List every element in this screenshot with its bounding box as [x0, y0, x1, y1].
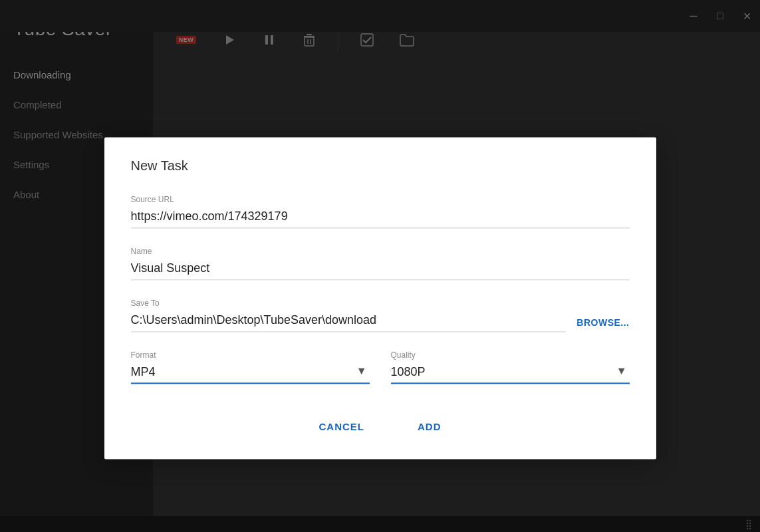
browse-button[interactable]: BROWSE...	[576, 317, 629, 332]
source-url-input[interactable]	[131, 207, 630, 228]
format-quality-row: Format MP4 MKV AVI MP3 WEBM ▼ Quality 10…	[131, 350, 630, 384]
cancel-button[interactable]: CANCEL	[309, 416, 376, 438]
save-to-label: Save To	[131, 299, 630, 308]
name-input[interactable]	[131, 259, 630, 280]
save-to-group: Save To BROWSE...	[131, 299, 630, 332]
add-button[interactable]: ADD	[407, 416, 452, 438]
quality-group: Quality 1080P 720P 480P 360P 240P ▼	[391, 350, 630, 384]
format-select[interactable]: MP4 MKV AVI MP3 WEBM	[131, 362, 370, 384]
save-to-row: BROWSE...	[131, 311, 630, 332]
modal-actions: CANCEL ADD	[131, 416, 630, 438]
source-url-group: Source URL	[131, 195, 630, 228]
modal-title: New Task	[131, 158, 630, 174]
name-label: Name	[131, 247, 630, 256]
new-task-dialog: New Task Source URL Name Save To BROWSE.…	[104, 137, 656, 459]
format-label: Format	[131, 350, 370, 360]
quality-label: Quality	[391, 350, 630, 360]
source-url-label: Source URL	[131, 195, 630, 204]
quality-select-wrapper: 1080P 720P 480P 360P 240P ▼	[391, 362, 630, 384]
quality-select[interactable]: 1080P 720P 480P 360P 240P	[391, 362, 630, 384]
format-select-wrapper: MP4 MKV AVI MP3 WEBM ▼	[131, 362, 370, 384]
format-group: Format MP4 MKV AVI MP3 WEBM ▼	[131, 350, 370, 384]
save-to-input[interactable]	[131, 311, 567, 332]
name-group: Name	[131, 247, 630, 280]
